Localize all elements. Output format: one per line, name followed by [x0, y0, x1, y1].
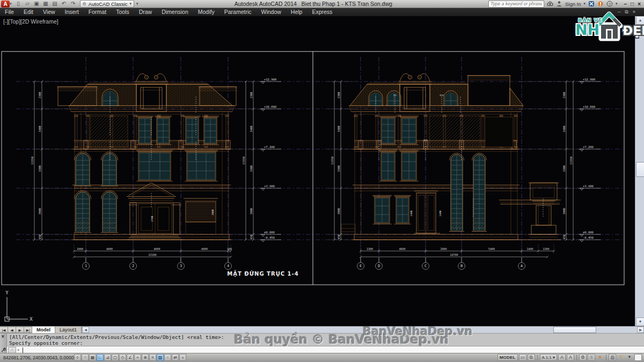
menu-insert[interactable]: Insert — [60, 8, 84, 16]
svg-text:3900: 3900 — [337, 208, 340, 215]
menu-tools[interactable]: Tools — [111, 8, 134, 16]
close-icon[interactable]: × — [638, 1, 641, 7]
exchange-icon[interactable] — [588, 1, 595, 7]
annotation-autoscale-icon[interactable]: A — [567, 354, 574, 361]
search-input[interactable] — [488, 1, 544, 8]
menu-edit[interactable]: Edit — [19, 8, 38, 16]
menu-draw[interactable]: Draw — [134, 8, 157, 16]
annotation-scale-button[interactable]: A 1:1 ▾ — [540, 354, 557, 361]
menu-view[interactable]: View — [38, 8, 60, 16]
new-file-icon[interactable]: ▯ — [15, 1, 22, 7]
viewport-label[interactable]: [-][Top][2D Wireframe] — [3, 18, 58, 25]
redo-icon[interactable]: ↷ — [70, 1, 77, 7]
model-space-button[interactable]: MODEL — [497, 354, 518, 361]
vertical-scrollbar[interactable]: ▲ ▼ — [635, 16, 644, 326]
svg-text:+7.200: +7.200 — [264, 145, 275, 149]
quick-view-layouts-icon[interactable]: ▭ — [519, 354, 526, 361]
menu-dimension[interactable]: Dimension — [157, 8, 193, 16]
recent-commands-caret-icon[interactable]: ▾ — [17, 348, 19, 352]
tab-layout1[interactable]: Layout1 — [55, 327, 82, 333]
infer-constraints-icon[interactable]: ⊹ — [74, 354, 81, 361]
svg-text:2800: 2800 — [440, 247, 447, 250]
separator — [537, 354, 538, 361]
ortho-icon[interactable]: ∟ — [97, 354, 104, 361]
minimize-icon[interactable]: – — [624, 1, 627, 7]
tab-prev-icon[interactable]: ◀ — [8, 327, 16, 333]
sign-in-button[interactable]: Sign In — [565, 1, 581, 7]
otrack-icon[interactable]: ∠ — [127, 354, 134, 361]
close-icon[interactable]: ✕ — [1, 334, 5, 339]
scroll-left-icon[interactable]: ◀ — [82, 327, 89, 333]
workspace-selector[interactable]: ⚙ AutoCAD Classic ▾ — [80, 0, 135, 8]
menu-parametric[interactable]: Parametric — [219, 8, 257, 16]
scroll-right-icon[interactable]: ▶ — [637, 327, 644, 333]
tab-model[interactable]: Model — [32, 327, 55, 333]
menu-express[interactable]: Express — [307, 8, 337, 16]
vertical-scroll-thumb[interactable] — [636, 162, 644, 177]
command-prompt-icon[interactable]: › — [8, 347, 16, 353]
osnap-icon[interactable]: ◻ — [112, 354, 119, 361]
svg-text:450: 450 — [250, 234, 253, 239]
transparency-icon[interactable]: ▨ — [157, 354, 164, 361]
svg-text:1000: 1000 — [77, 247, 83, 250]
plot-icon[interactable]: ▤ — [52, 1, 58, 7]
svg-text:100: 100 — [227, 247, 232, 250]
svg-text:D10: D10 — [440, 94, 444, 97]
workspace-gear-icon[interactable]: ⚙ — [579, 354, 587, 361]
polar-icon[interactable]: ⊿ — [104, 354, 111, 361]
svg-text:3300: 3300 — [38, 165, 41, 172]
user-icon — [556, 1, 562, 7]
model-space-drawing[interactable]: 2700200010004000400040001001310023003400… — [0, 16, 644, 326]
svg-text:4000: 4000 — [153, 247, 160, 250]
open-file-icon[interactable]: ▱ — [24, 1, 31, 7]
sign-in-caret-icon[interactable]: ▾ — [584, 2, 586, 6]
tab-next-icon[interactable]: ▶ — [16, 327, 24, 333]
menu-format[interactable]: Format — [84, 8, 111, 16]
command-palette-grip[interactable]: ✕ — [0, 334, 7, 353]
menu-window[interactable]: Window — [256, 8, 286, 16]
svg-text:B: B — [460, 264, 463, 268]
communication-center-icon[interactable] — [597, 1, 604, 7]
dynamic-input-icon[interactable]: ⊕ — [142, 354, 149, 361]
tab-first-icon[interactable]: |◀ — [0, 327, 8, 333]
selection-cycling-icon[interactable]: ⇄ — [172, 354, 179, 361]
layout-tabs: ModelLayout1 — [32, 327, 82, 333]
menu-modify[interactable]: Modify — [193, 8, 219, 16]
maximize-icon[interactable]: □ — [631, 1, 634, 7]
autocad-app-icon[interactable]: A — [1, 1, 10, 8]
coordinates-readout[interactable]: 842681.2706, 24030.0043, 0.0000 — [3, 355, 74, 360]
save-as-icon[interactable]: ▦ — [42, 1, 49, 7]
snap-icon[interactable]: ⁘ — [82, 354, 89, 361]
svg-text:D9: D9 — [394, 94, 397, 97]
scroll-down-icon[interactable]: ▼ — [636, 317, 644, 326]
menu-file[interactable]: File — [0, 8, 19, 16]
drawing-canvas[interactable]: [-][Top][2D Wireframe] 27002000100040004… — [0, 16, 644, 326]
quick-view-drawings-icon[interactable]: ⧉ — [528, 354, 535, 361]
ducs-icon[interactable]: ⌁ — [134, 354, 141, 361]
toolbar-lock-icon[interactable]: ⚿ — [588, 354, 595, 361]
help-icon[interactable]: ? — [606, 1, 613, 7]
banvenhadep-logo: BẢN VẼ NH ĐẸP — [573, 9, 643, 43]
undo-icon[interactable]: ↶ — [61, 1, 68, 7]
clean-screen-icon[interactable] — [634, 354, 642, 361]
wrench-icon[interactable] — [1, 348, 6, 352]
menu-help[interactable]: Help — [286, 8, 308, 16]
tab-last-icon[interactable]: ▶| — [24, 327, 32, 333]
annotation-monitor-icon[interactable]: ＋ — [179, 354, 186, 361]
isolate-objects-icon[interactable]: ☀ — [617, 354, 625, 361]
help-caret-icon[interactable]: ▾ — [616, 2, 618, 6]
grid-icon[interactable]: ▦ — [89, 354, 96, 361]
annotation-visibility-icon[interactable]: A — [558, 354, 566, 361]
save-icon[interactable]: ▣ — [33, 1, 40, 7]
status-caret-icon[interactable]: ▾ — [626, 354, 633, 361]
quick-properties-icon[interactable]: ▫ — [164, 354, 171, 361]
search-binoculars-icon[interactable] — [547, 1, 553, 7]
lineweight-icon[interactable]: ≡ — [149, 354, 156, 361]
horizontal-scroll-thumb[interactable] — [553, 327, 596, 333]
hardware-accel-icon[interactable]: ▥ — [609, 354, 616, 361]
osnap3d-icon[interactable]: ◇ — [119, 354, 126, 361]
app-menu-caret-icon[interactable]: ▾ — [10, 2, 12, 6]
svg-text:3300: 3300 — [250, 165, 253, 172]
command-input[interactable]: › ▾ — [7, 346, 644, 353]
performance-icon[interactable]: ● — [596, 354, 604, 361]
